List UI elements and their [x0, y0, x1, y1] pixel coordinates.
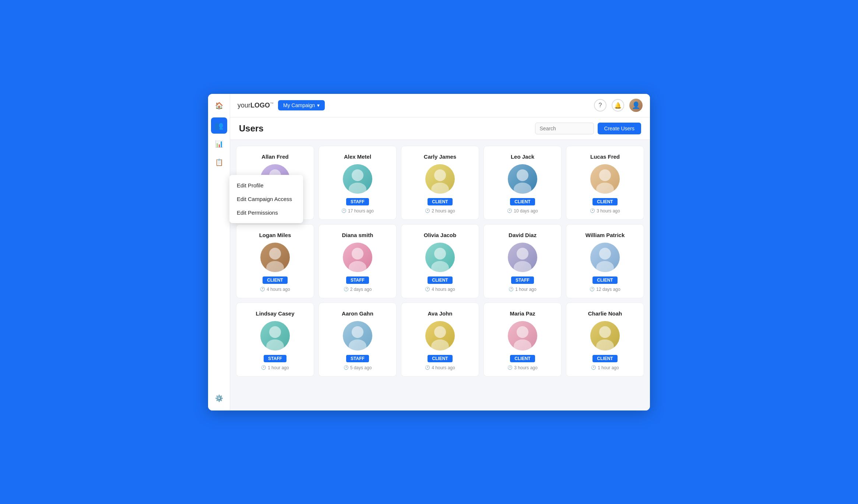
time-label: 3 hours ago [597, 208, 620, 214]
svg-point-31 [269, 326, 281, 338]
logo-tm: ™ [270, 102, 274, 106]
user-time: 🕐 2 days ago [344, 287, 372, 292]
role-badge: CLIENT [263, 276, 287, 284]
user-card[interactable]: Leo Jack CLIENT 🕐 10 days ago [483, 146, 562, 220]
header-actions: Create Users [535, 123, 641, 134]
avatar [590, 321, 620, 350]
user-card[interactable]: Olivia Jacob CLIENT 🕐 4 hours ago [401, 224, 479, 298]
role-badge: CLIENT [428, 198, 452, 205]
search-input[interactable] [535, 123, 594, 134]
clock-icon: 🕐 [590, 287, 595, 292]
user-name: Lucas Fred [590, 154, 620, 160]
top-nav: yourLOGO™ My Campaign ▾ ? 🔔 👤 [230, 94, 650, 117]
time-label: 3 hours ago [514, 365, 537, 370]
context-menu-edit-campaign[interactable]: Edit Campaign Access [229, 192, 303, 206]
sidebar-item-users[interactable]: 👥 [211, 117, 227, 134]
time-label: 4 hours ago [432, 287, 455, 292]
user-name: Alex Metel [344, 154, 371, 160]
role-badge: CLIENT [592, 276, 617, 284]
logo-logo: LOGO [250, 102, 270, 109]
svg-point-43 [599, 326, 611, 338]
user-name: Allan Fred [261, 154, 288, 160]
user-name: Aaron Gahn [342, 310, 373, 317]
user-time: 🕐 4 hours ago [260, 287, 290, 292]
sidebar-item-copy[interactable]: 📋 [211, 154, 227, 170]
role-badge: STAFF [346, 355, 369, 362]
user-avatar-button[interactable]: 👤 [629, 99, 643, 112]
copy-icon: 📋 [215, 158, 223, 166]
user-time: 🕐 12 days ago [590, 287, 620, 292]
user-name: Lindsay Casey [256, 310, 294, 317]
user-name: David Diaz [509, 232, 537, 238]
user-card[interactable]: Alex Metel STAFF 🕐 17 hours ago [319, 146, 397, 220]
time-label: 12 days ago [596, 287, 620, 292]
campaign-arrow: ▾ [317, 102, 320, 108]
clock-icon: 🕐 [260, 287, 265, 292]
time-label: 2 hours ago [432, 208, 455, 214]
user-card[interactable]: Diana smith STAFF 🕐 2 days ago [319, 224, 397, 298]
clock-icon: 🕐 [425, 365, 430, 370]
clock-icon: 🕐 [509, 287, 514, 292]
user-time: 🕐 2 hours ago [425, 208, 455, 214]
user-card[interactable]: Aaron Gahn STAFF 🕐 5 days ago [319, 303, 397, 377]
app-container: 🏠 👥 📊 📋 ⚙️ Edit Profile Edit Campaign Ac… [208, 94, 650, 410]
user-name: Maria Paz [510, 310, 535, 317]
user-card[interactable]: Carly James CLIENT 🕐 2 hours ago [401, 146, 479, 220]
clock-icon: 🕐 [507, 365, 513, 370]
avatar [590, 164, 620, 194]
role-badge: STAFF [346, 198, 369, 205]
campaign-button[interactable]: My Campaign ▾ [278, 100, 325, 110]
user-card[interactable]: William Patrick CLIENT 🕐 12 days ago [566, 224, 644, 298]
user-avatar-icon: 👤 [632, 101, 640, 109]
svg-point-4 [352, 169, 363, 181]
role-badge: STAFF [346, 276, 369, 284]
time-label: 10 days ago [514, 208, 538, 214]
avatar [508, 164, 537, 194]
sidebar-item-chart[interactable]: 📊 [211, 136, 227, 152]
time-label: 1 hour ago [598, 365, 619, 370]
time-label: 2 days ago [350, 287, 372, 292]
user-card[interactable]: Charlie Noah CLIENT 🕐 1 hour ago [566, 303, 644, 377]
role-badge: STAFF [264, 355, 286, 362]
svg-point-37 [434, 326, 446, 338]
create-users-button[interactable]: Create Users [598, 123, 641, 134]
time-label: 4 hours ago [432, 365, 455, 370]
gear-icon: ⚙️ [215, 394, 223, 402]
user-name: William Patrick [586, 232, 625, 238]
sidebar-home-btn[interactable]: 🏠 [212, 98, 226, 113]
svg-point-22 [434, 248, 446, 260]
role-badge: CLIENT [592, 198, 617, 205]
role-badge: CLIENT [428, 355, 452, 362]
context-menu: Edit Profile Edit Campaign Access Edit P… [229, 175, 303, 223]
user-name: Logan Miles [259, 232, 291, 238]
clock-icon: 🕐 [507, 208, 512, 213]
home-icon: 🏠 [215, 102, 223, 110]
user-card[interactable]: Lucas Fred CLIENT 🕐 3 hours ago [566, 146, 644, 220]
time-label: 17 hours ago [348, 208, 374, 214]
clock-icon: 🕐 [425, 287, 430, 292]
avatar [425, 164, 455, 194]
help-button[interactable]: ? [594, 99, 606, 112]
user-card[interactable]: Logan Miles CLIENT 🕐 4 hours ago [236, 224, 314, 298]
user-name: Ava John [428, 310, 453, 317]
svg-point-25 [517, 248, 528, 260]
avatar [343, 321, 372, 350]
clock-icon: 🕐 [261, 365, 266, 370]
svg-point-16 [269, 248, 281, 260]
user-card[interactable]: David Diaz STAFF 🕐 1 hour ago [483, 224, 562, 298]
user-card[interactable]: Ava John CLIENT 🕐 4 hours ago [401, 303, 479, 377]
user-card[interactable]: Maria Paz CLIENT 🕐 3 hours ago [483, 303, 562, 377]
main-area: yourLOGO™ My Campaign ▾ ? 🔔 👤 Us [230, 94, 650, 410]
context-menu-edit-profile[interactable]: Edit Profile [229, 179, 303, 192]
users-icon: 👥 [214, 121, 224, 130]
svg-point-40 [517, 326, 528, 338]
role-badge: STAFF [511, 276, 534, 284]
sidebar: 🏠 👥 📊 📋 ⚙️ [208, 94, 230, 410]
user-card[interactable]: Lindsay Casey STAFF 🕐 1 hour ago [236, 303, 314, 377]
context-menu-edit-permissions[interactable]: Edit Permissions [229, 206, 303, 219]
sidebar-item-settings[interactable]: ⚙️ [211, 386, 227, 402]
notification-button[interactable]: 🔔 [612, 99, 624, 112]
svg-point-34 [352, 326, 363, 338]
page-title: Users [239, 123, 264, 134]
avatar [260, 243, 290, 272]
